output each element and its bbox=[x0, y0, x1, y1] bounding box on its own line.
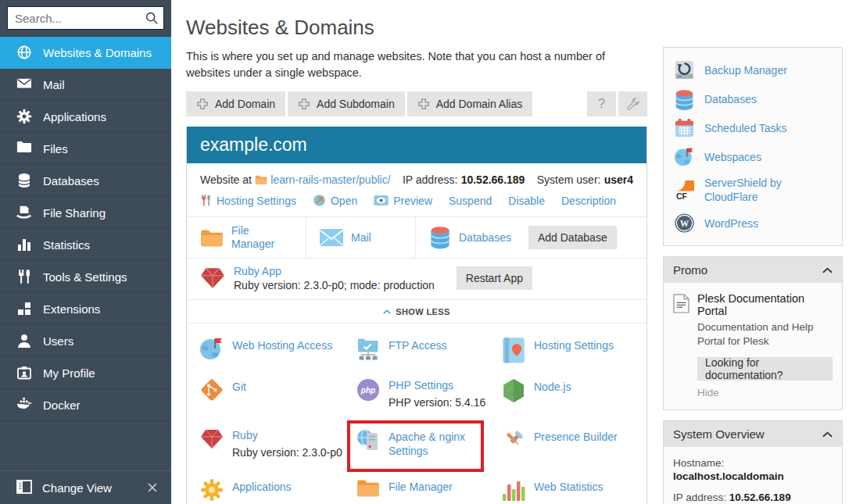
plus-icon bbox=[298, 98, 310, 110]
website-at-label: Website at bbox=[200, 173, 252, 186]
feature-git[interactable]: Git bbox=[200, 378, 356, 410]
feature-php-settings[interactable]: php PHP Settings PHP version: 5.4.16 bbox=[356, 378, 502, 410]
git-icon bbox=[200, 378, 224, 402]
sidebar-item-file-sharing[interactable]: File Sharing bbox=[0, 197, 171, 229]
sidebar-item-my-profile[interactable]: My Profile bbox=[0, 357, 171, 389]
system-overview-header[interactable]: System Overview bbox=[664, 421, 842, 447]
ruby-app-link[interactable]: Ruby App bbox=[234, 265, 435, 277]
shortcut-backup-manager[interactable]: Backup Manager bbox=[664, 55, 842, 84]
promo-item: Plesk Documentation Portal Documentation… bbox=[673, 292, 833, 349]
tools-icon bbox=[16, 269, 32, 284]
wordpress-icon: W bbox=[675, 213, 694, 233]
hosting-settings-link[interactable]: Hosting Settings bbox=[200, 195, 296, 207]
add-subdomain-button[interactable]: Add Subdomain bbox=[288, 91, 405, 116]
sidebar-item-files[interactable]: Files bbox=[0, 133, 171, 165]
search-icon[interactable] bbox=[145, 11, 159, 25]
shortcut-wordpress[interactable]: W WordPress bbox=[664, 209, 842, 238]
ruby-icon bbox=[200, 428, 224, 452]
sidebar-item-databases[interactable]: Databases bbox=[0, 165, 171, 197]
description-link[interactable]: Description bbox=[561, 195, 616, 207]
add-domain-button[interactable]: Add Domain bbox=[186, 91, 285, 116]
feature-text: PHP Settings PHP version: 5.4.16 bbox=[389, 378, 485, 410]
gear-yellow-icon bbox=[200, 478, 224, 502]
settings-wrench-button[interactable] bbox=[618, 91, 647, 116]
feature-hosting-settings[interactable]: Hosting Settings bbox=[502, 337, 639, 360]
sidebar-item-extensions[interactable]: Extensions bbox=[0, 293, 171, 325]
add-database-button[interactable]: Add Database bbox=[528, 226, 617, 249]
sidebar-item-label: Websites & Domains bbox=[43, 46, 152, 59]
system-overview-box: System Overview Hostname: localhost.loca… bbox=[663, 420, 843, 504]
svg-text:php: php bbox=[360, 386, 375, 395]
feature-web-hosting-access[interactable]: Web Hosting Access bbox=[200, 337, 356, 360]
sidebar-item-statistics[interactable]: Statistics bbox=[0, 229, 171, 261]
shortcuts-box: Backup Manager Databases Scheduled Tasks… bbox=[663, 47, 843, 246]
folder-icon bbox=[16, 141, 32, 156]
feature-applications[interactable]: Applications bbox=[200, 478, 356, 502]
show-less-toggle[interactable]: SHOW LESS bbox=[187, 300, 646, 323]
sidebar-search bbox=[7, 6, 164, 30]
feature-nodejs[interactable]: Node.js bbox=[502, 378, 639, 410]
shortcut-servershield[interactable]: CF ServerShield by CloudFlare bbox=[664, 171, 842, 209]
add-domain-alias-button[interactable]: Add Domain Alias bbox=[407, 91, 533, 116]
sidebar-item-docker[interactable]: Docker bbox=[0, 389, 171, 421]
sidebar-item-label: Mail bbox=[43, 78, 65, 91]
ip-value: 10.52.66.189 bbox=[461, 173, 525, 186]
change-view-button[interactable]: Change View bbox=[0, 470, 171, 504]
open-site-link[interactable]: Open bbox=[313, 194, 357, 207]
shortcut-webspaces[interactable]: Webspaces bbox=[664, 142, 842, 171]
add-domain-label: Add Domain bbox=[215, 98, 275, 110]
chevron-up-icon bbox=[383, 309, 391, 314]
sidebar-item-mail[interactable]: Mail bbox=[0, 69, 171, 101]
feature-presence-builder[interactable]: Presence Builder bbox=[502, 428, 639, 460]
promo-hide-link[interactable]: Hide bbox=[697, 387, 833, 399]
search-input[interactable] bbox=[7, 6, 164, 30]
feature-ruby[interactable]: Ruby Ruby version: 2.3.0-p0 bbox=[200, 428, 356, 460]
add-subdomain-label: Add Subdomain bbox=[317, 98, 395, 110]
disable-link[interactable]: Disable bbox=[508, 195, 545, 207]
features-grid: Web Hosting Access FTP Access Hosting Se… bbox=[187, 323, 646, 504]
help-button[interactable]: ? bbox=[587, 91, 616, 116]
databases-link[interactable]: Databases bbox=[459, 231, 511, 245]
close-icon[interactable] bbox=[148, 483, 157, 492]
wrench-icon bbox=[626, 97, 640, 111]
mail-blue-icon bbox=[320, 229, 343, 246]
feature-apache-nginx-settings[interactable]: Apache & nginx Settings bbox=[356, 428, 502, 460]
feature-ftp-access[interactable]: FTP Access bbox=[356, 337, 502, 360]
sidebar-item-applications[interactable]: Applications bbox=[0, 101, 171, 133]
webroot-path-link[interactable]: learn-rails-master/public/ bbox=[270, 173, 390, 186]
preview-link[interactable]: Preview bbox=[374, 195, 432, 207]
chevron-up-icon[interactable] bbox=[822, 431, 833, 438]
sidebar-item-users[interactable]: Users bbox=[0, 325, 171, 357]
calendar-icon bbox=[675, 118, 694, 138]
shortcut-scheduled-tasks[interactable]: Scheduled Tasks bbox=[664, 113, 842, 142]
shortcut-databases[interactable]: Databases bbox=[664, 84, 842, 113]
restart-app-button[interactable]: Restart App bbox=[457, 266, 532, 290]
sidebar-item-websites-domains[interactable]: Websites & Domains bbox=[0, 37, 171, 69]
nodejs-icon bbox=[502, 378, 525, 402]
sidebar-nav: Websites & Domains Mail Applications Fil… bbox=[0, 36, 171, 421]
quick-file-manager[interactable]: File Manager bbox=[187, 217, 306, 258]
promo-title: Promo bbox=[673, 263, 707, 277]
sidebar: Websites & Domains Mail Applications Fil… bbox=[0, 0, 171, 504]
blocks-icon bbox=[16, 301, 32, 316]
globe-flag-icon bbox=[675, 147, 694, 166]
ruby-app-text: Ruby App Ruby version: 2.3.0-p0; mode: p… bbox=[234, 265, 435, 291]
feature-web-statistics[interactable]: Web Statistics bbox=[502, 478, 639, 502]
quick-mail[interactable]: Mail bbox=[306, 217, 415, 258]
promo-header[interactable]: Promo bbox=[664, 257, 842, 283]
database-color-icon[interactable] bbox=[429, 226, 451, 249]
promo-docs-button[interactable]: Looking for documentation? bbox=[697, 357, 833, 381]
system-overview-title: System Overview bbox=[673, 427, 765, 441]
ftp-folder-network-icon bbox=[356, 337, 380, 360]
sidebar-item-tools-settings[interactable]: Tools & Settings bbox=[0, 261, 171, 293]
chevron-up-icon[interactable] bbox=[822, 267, 833, 273]
suspend-link[interactable]: Suspend bbox=[449, 195, 492, 207]
pencil-hammer-icon bbox=[502, 428, 525, 452]
question-mark-icon: ? bbox=[598, 97, 605, 111]
domain-info-row: Website at learn-rails-master/public/ IP… bbox=[187, 163, 646, 186]
feature-file-manager[interactable]: File Manager bbox=[356, 478, 502, 502]
ip-label: IP address: bbox=[403, 173, 458, 186]
domain-links-row: Hosting Settings Open Preview Suspend Di… bbox=[187, 186, 646, 217]
feature-text: Ruby Ruby version: 2.3.0-p0 bbox=[232, 428, 342, 460]
svg-text:W: W bbox=[680, 219, 689, 228]
